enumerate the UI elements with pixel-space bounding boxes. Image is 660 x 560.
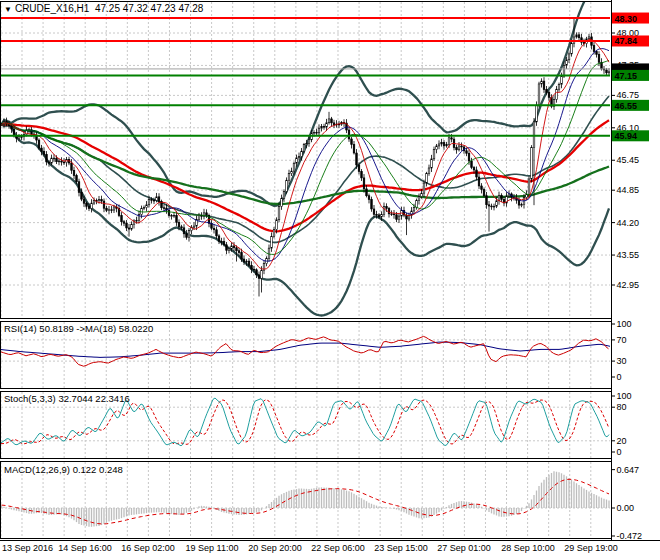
candle-body [376,214,378,215]
stoch-tick-label: 20 [617,436,627,446]
candle-body [241,253,243,259]
candle-body [461,146,463,147]
candle-body [153,200,155,201]
candle-body [351,139,353,145]
candle-body [431,159,433,168]
candle-body [281,198,283,206]
candle-body [126,223,128,228]
level-lines [1,18,610,136]
stoch-signal-line [1,400,609,444]
candle-body [538,84,540,105]
stoch-indicator-label: Stoch(5,3,3) 32.7044 22.3416 [4,393,130,404]
candle-body [298,157,300,158]
candle-body [188,231,190,238]
price-axis: 48.0047.3546.7546.1045.4544.8544.2043.55… [612,13,650,541]
candle-body [63,162,65,163]
candle-body [231,246,233,249]
chart-canvas[interactable]: 48.0047.3546.7546.1045.4544.8544.2043.55… [0,0,660,560]
candle-body [486,196,488,205]
candle-body [468,153,470,161]
candle-body [178,222,180,226]
macd-panel [2,471,610,527]
candle-body [333,123,335,125]
candle-body [106,208,108,210]
bollinger-and-long-mas [2,0,610,315]
candle-body [363,178,365,189]
price-tick-label: 42.95 [617,280,640,290]
price-tick-label: 46.75 [617,90,640,100]
candle-body [238,251,240,253]
rsi-tick-label: 70 [617,335,627,345]
candle-body [456,148,458,150]
candle-body [236,248,238,251]
candle-body [448,138,450,145]
date-label: 20 Sep 20:00 [248,543,302,553]
date-label: 29 Sep 19:00 [564,543,618,553]
date-label: 14 Sep 16:00 [58,543,112,553]
candle-body [536,105,538,122]
candle-body [41,148,43,151]
candle-body [313,132,315,133]
price-tick-label: 44.20 [617,218,640,228]
candle-body [206,213,208,216]
candle-body [433,150,435,159]
candle-body [428,168,430,173]
candle-body [268,248,270,258]
candle-body [458,146,460,150]
candle-body [361,171,363,177]
candle-body [221,241,223,242]
candle-body [103,201,105,208]
candle-body [271,236,273,248]
candle-body [398,216,400,220]
price-tick-label: 43.55 [617,250,640,260]
date-label: 13 Sep 2016 [2,543,53,553]
candle-body [358,165,360,171]
candle-body [283,191,285,198]
candle-body [493,206,495,207]
candle-body [61,161,63,162]
time-axis: 13 Sep 201614 Sep 16:0016 Sep 02:0019 Se… [2,543,618,553]
candle-body [593,46,595,52]
candle-body [53,158,55,159]
rsi-tick-label: 30 [617,356,627,366]
candle-body [156,197,158,201]
macd-tick-label: -0.472 [617,531,643,541]
candle-body [576,35,578,37]
candle-body [371,199,373,209]
candle-body [258,275,260,278]
candle-body [471,161,473,168]
candle-body [183,228,185,234]
candle-body [546,90,548,93]
candle-body [483,190,485,196]
candle-body [261,270,263,278]
candle-body [296,158,298,163]
candle-body [121,216,123,222]
candle-body [348,130,350,139]
candle-body [441,143,443,144]
macd-signal-line [2,479,610,524]
candle-body [173,215,175,216]
candle-body [356,153,358,165]
candle-body [151,200,153,201]
candle-body [326,123,328,127]
candle-body [171,216,173,217]
candle-body [416,201,418,208]
mt4-chart-window: 48.0047.3546.7546.1045.4544.8544.2043.55… [0,0,660,560]
candle-body [526,194,528,197]
price-badge-label: 47.84 [615,36,638,46]
candle-body [531,148,533,179]
candle-body [476,170,478,177]
symbol-dropdown-icon[interactable]: ▼ [4,5,12,14]
candle-body [596,52,598,55]
candle-body [51,158,53,163]
chart-header: ▼CRUDE_X16,H1 47.25 47.32 47.23 47.28 [4,3,203,14]
price-tick-label: 45.45 [617,155,640,165]
candle-body [288,174,290,181]
candle-body [93,200,95,203]
candle-body [323,126,325,127]
rsi-panel [1,336,610,366]
stoch-tick-label: 80 [617,402,627,412]
macd-tick-label: 0.647 [617,465,640,475]
date-label: 22 Sep 06:00 [311,543,365,553]
date-label: 27 Sep 01:00 [437,543,491,553]
